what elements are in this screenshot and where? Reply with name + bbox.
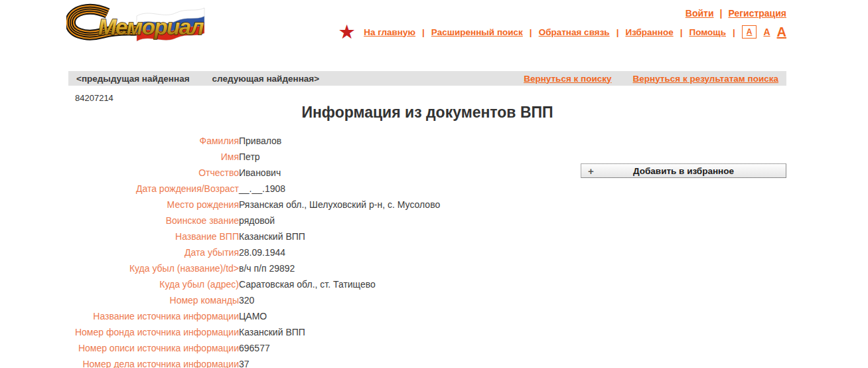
field-label: Воинское звание	[68, 213, 239, 229]
field-label: Название источника информации	[68, 308, 239, 324]
nav-favorites[interactable]: Избранное	[625, 27, 673, 37]
memorial-logo[interactable]: Мемориал	[66, 3, 209, 45]
table-row: Место рожденияРязанская обл., Шелуховски…	[68, 197, 440, 213]
prev-found-link[interactable]: <предыдущая найденная	[76, 74, 190, 84]
font-size-small-button[interactable]: А	[742, 25, 757, 39]
field-label: Фамилия	[68, 133, 239, 149]
nav-advanced-search[interactable]: Расширенный поиск	[431, 27, 523, 37]
field-value: Петр	[239, 149, 440, 165]
field-label: Название ВПП	[68, 229, 239, 244]
next-found-link[interactable]: следующая найденная>	[212, 74, 320, 84]
field-label: Дата убытия	[68, 244, 239, 260]
add-to-favorites-label: Добавить в избранное	[633, 166, 734, 176]
field-value: 320	[239, 292, 440, 308]
table-row: ФамилияПривалов	[68, 133, 440, 149]
record-id: 84207214	[75, 93, 113, 103]
separator: |	[422, 27, 425, 37]
field-value: Рязанская обл., Шелуховский р-н, с. Мусо…	[239, 197, 440, 213]
field-label: Отчество	[68, 165, 239, 181]
memorial-logo-image: Мемориал	[66, 3, 209, 45]
table-row: Куда убыл (название)/td>в/ч п/п 29892	[68, 260, 440, 276]
table-row: Название ВППКазанский ВПП	[68, 229, 440, 244]
field-label: Номер фонда источника информации	[68, 324, 239, 340]
field-label: Номер описи источника информации	[68, 340, 239, 356]
separator: |	[680, 27, 683, 37]
table-row: Дата убытия28.09.1944	[68, 244, 440, 260]
register-link[interactable]: Регистрация	[728, 8, 786, 19]
field-label: Куда убыл (адрес)	[68, 276, 239, 292]
field-value: Казанский ВПП	[239, 229, 440, 244]
field-value: ЦАМО	[239, 308, 440, 324]
table-row: Номер дела источника информации37	[68, 356, 440, 368]
field-value: Казанский ВПП	[239, 324, 440, 340]
table-row: ОтчествоИванович	[68, 165, 440, 181]
logo-wordmark: Мемориал	[98, 15, 204, 39]
field-value: рядовой	[239, 213, 440, 229]
table-row: Название источника информацииЦАМО	[68, 308, 440, 324]
add-to-favorites-button[interactable]: + Добавить в избранное	[581, 163, 786, 178]
field-value: Саратовская обл., ст. Татищево	[239, 276, 440, 292]
field-label: Дата рождения/Возраст	[68, 181, 239, 197]
field-label: Номер команды	[68, 292, 239, 308]
page: Мемориал Войти | Регистрация ★ На главну…	[0, 0, 868, 368]
field-label: Куда убыл (название)/td>	[68, 260, 239, 276]
header-right: Войти | Регистрация ★ На главную | Расши…	[339, 8, 786, 39]
field-value: 696577	[239, 340, 440, 356]
found-nav: <предыдущая найденная следующая найденна…	[76, 74, 319, 84]
table-row: Воинское званиерядовой	[68, 213, 440, 229]
star-icon: ★	[339, 25, 354, 39]
back-to-results-link[interactable]: Вернуться к результатам поиска	[633, 74, 778, 84]
font-size-large-button[interactable]: А	[777, 25, 786, 39]
record-fields-table: ФамилияПривалов ИмяПетр ОтчествоИванович…	[68, 133, 440, 368]
field-value: в/ч п/п 29892	[239, 260, 440, 276]
login-link[interactable]: Войти	[686, 8, 714, 19]
main-nav: ★ На главную | Расширенный поиск | Обрат…	[339, 25, 786, 39]
table-row: Номер фонда источника информацииКазански…	[68, 324, 440, 340]
separator: |	[616, 27, 619, 37]
table-row: ИмяПетр	[68, 149, 440, 165]
back-nav: Вернуться к поиску Вернуться к результат…	[524, 74, 778, 84]
table-row: Дата рождения/Возраст__.__.1908	[68, 181, 440, 197]
page-title: Информация из документов ВПП	[68, 104, 786, 122]
separator: |	[720, 8, 723, 19]
field-value: 37	[239, 356, 440, 368]
separator: |	[530, 27, 532, 37]
field-label: Имя	[68, 149, 239, 165]
field-value: Привалов	[239, 133, 440, 149]
field-label: Номер дела источника информации	[68, 356, 239, 368]
table-row: Номер описи источника информации696577	[68, 340, 440, 356]
table-row: Номер команды320	[68, 292, 440, 308]
field-value: __.__.1908	[239, 181, 440, 197]
table-row: Куда убыл (адрес)Саратовская обл., ст. Т…	[68, 276, 440, 292]
separator: |	[733, 27, 735, 37]
field-value: 28.09.1944	[239, 244, 440, 260]
nav-home[interactable]: На главную	[364, 27, 415, 37]
nav-help[interactable]: Помощь	[689, 27, 726, 37]
field-label: Место рождения	[68, 197, 239, 213]
plus-icon: +	[588, 165, 594, 177]
field-value: Иванович	[239, 165, 440, 181]
result-nav-bar: <предыдущая найденная следующая найденна…	[68, 71, 786, 86]
font-size-medium-button[interactable]: А	[763, 27, 770, 37]
auth-links: Войти | Регистрация	[686, 8, 786, 19]
back-to-search-link[interactable]: Вернуться к поиску	[524, 74, 611, 84]
nav-feedback[interactable]: Обратная связь	[539, 27, 610, 37]
